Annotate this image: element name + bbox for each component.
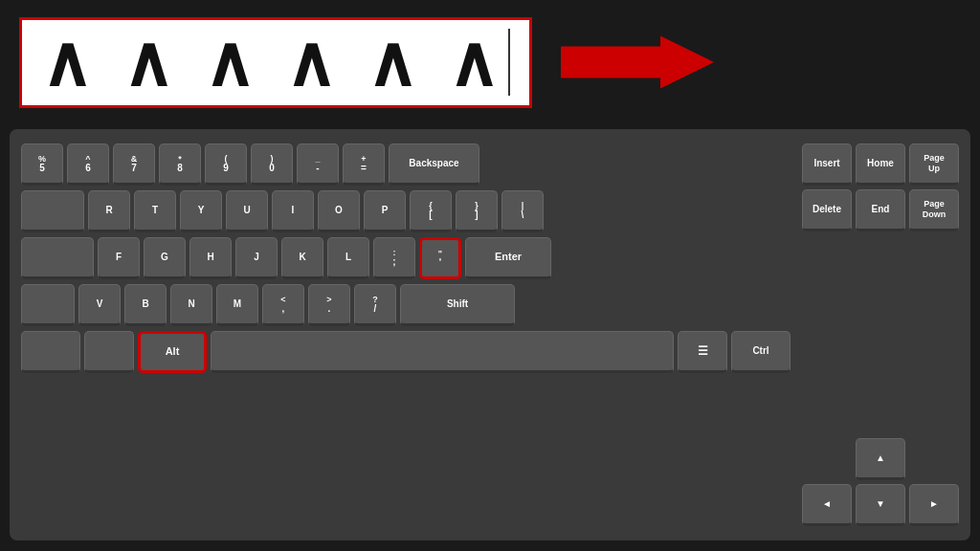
number-row: % 5 ^ 6 & 7 * 8 ( 9 ) 0 [21, 143, 791, 186]
arrow-key-cluster: ▲ ◄ ▼ ► [802, 438, 959, 526]
key-slash[interactable]: ? / [354, 284, 396, 326]
bottom-row: Alt ☰ Ctrl [21, 331, 791, 373]
key-page-down[interactable]: PageDown [909, 189, 959, 231]
key-8[interactable]: * 8 [159, 143, 201, 186]
key-enter[interactable]: Enter [465, 237, 551, 279]
key-r[interactable]: R [88, 190, 130, 232]
key-m[interactable]: M [216, 284, 258, 326]
key-6[interactable]: ^ 6 [67, 143, 109, 186]
key-g[interactable]: G [144, 237, 186, 279]
key-n[interactable]: N [170, 284, 212, 326]
key-ctrl-left[interactable] [21, 331, 80, 373]
key-l[interactable]: L [327, 237, 369, 279]
key-u[interactable]: U [226, 190, 268, 232]
text-display-box: ∧ ∧ ∧ ∧ ∧ ∧ [19, 17, 532, 108]
key-capslock[interactable] [21, 237, 94, 279]
keyboard-section: % 5 ^ 6 & 7 * 8 ( 9 ) 0 [10, 129, 970, 540]
key-quote[interactable]: " ' [419, 237, 461, 279]
key-delete[interactable]: Delete [802, 189, 852, 231]
key-h[interactable]: H [189, 237, 232, 279]
key-arrow-down[interactable]: ▼ [856, 484, 905, 526]
key-b[interactable]: B [124, 284, 167, 326]
key-close-bracket[interactable]: } ] [456, 190, 498, 232]
arrow-grid: ▲ ◄ ▼ ► [802, 438, 959, 526]
key-tab[interactable] [21, 190, 84, 232]
key-period[interactable]: > . [308, 284, 350, 326]
key-o[interactable]: O [318, 190, 360, 232]
key-insert[interactable]: Insert [802, 143, 852, 186]
key-alt[interactable]: Alt [138, 331, 207, 373]
key-k[interactable]: K [281, 237, 323, 279]
key-equals[interactable]: + = [343, 143, 385, 186]
key-win-left[interactable] [84, 331, 134, 373]
key-shift-left[interactable] [21, 284, 75, 326]
key-open-bracket[interactable]: { [ [410, 190, 452, 232]
key-t[interactable]: T [134, 190, 176, 232]
text-cursor [508, 29, 510, 96]
key-j[interactable]: J [235, 237, 278, 279]
keyboard-right: Insert Home PageUp Delete End PageDown [802, 143, 959, 526]
keyboard-main: % 5 ^ 6 & 7 * 8 ( 9 ) 0 [21, 143, 791, 526]
key-p[interactable]: P [364, 190, 406, 232]
key-arrow-left[interactable]: ◄ [802, 484, 852, 526]
arrow-spacer-2 [909, 438, 959, 480]
key-y[interactable]: Y [180, 190, 222, 232]
key-9[interactable]: ( 9 [205, 143, 247, 186]
key-ctrl-right[interactable]: Ctrl [731, 331, 791, 373]
top-section: ∧ ∧ ∧ ∧ ∧ ∧ [0, 0, 980, 124]
key-space[interactable] [211, 331, 674, 373]
red-arrow [561, 36, 714, 89]
key-v[interactable]: V [78, 284, 121, 326]
key-end[interactable]: End [856, 189, 905, 231]
key-0[interactable]: ) 0 [251, 143, 293, 186]
key-semicolon[interactable]: : ; [373, 237, 415, 279]
key-minus[interactable]: _ - [297, 143, 339, 186]
key-backspace[interactable]: Backspace [389, 143, 479, 186]
key-shift-right[interactable]: Shift [400, 284, 515, 326]
asdf-row: F G H J K L : ; " ' Enter [21, 237, 791, 279]
qwerty-row: R T Y U I O P { [ } ] | \ [21, 190, 791, 232]
key-i[interactable]: I [272, 190, 314, 232]
key-backslash[interactable]: | \ [501, 190, 544, 232]
key-f[interactable]: F [98, 237, 140, 279]
zxcv-row: V B N M < , > . ? / Shift [21, 284, 791, 326]
key-5[interactable]: % 5 [21, 143, 63, 186]
key-menu[interactable]: ☰ [678, 331, 727, 373]
arrow-spacer-1 [802, 438, 852, 480]
key-7[interactable]: & 7 [113, 143, 155, 186]
key-page-up[interactable]: PageUp [909, 143, 959, 186]
key-arrow-up[interactable]: ▲ [856, 438, 905, 480]
key-home[interactable]: Home [856, 143, 905, 186]
key-arrow-right[interactable]: ► [909, 484, 959, 526]
caret-symbols: ∧ ∧ ∧ ∧ ∧ ∧ [41, 28, 504, 97]
nav-cluster: Insert Home PageUp Delete End PageDown [802, 143, 959, 231]
arrow-body [561, 36, 714, 89]
key-comma[interactable]: < , [262, 284, 304, 326]
